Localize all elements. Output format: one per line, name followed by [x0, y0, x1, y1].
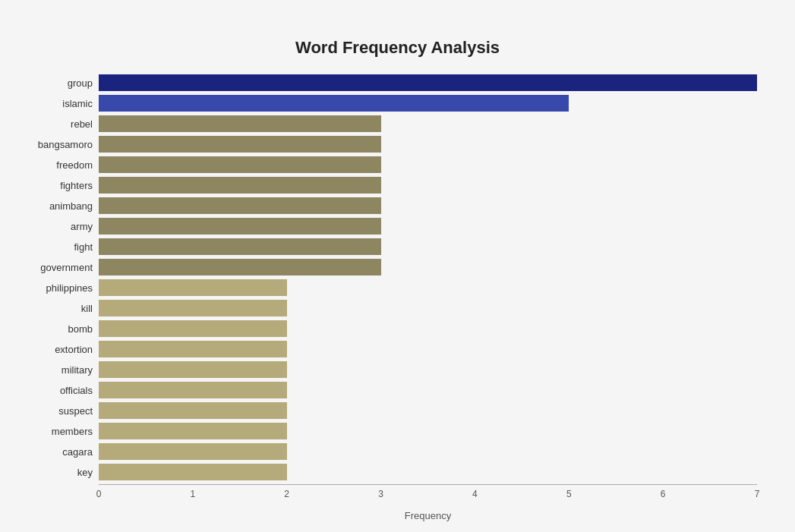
bar-label: members [17, 426, 93, 437]
chart-title: Word Frequency Analysis [15, 30, 780, 58]
bar-label: kill [17, 303, 93, 314]
x-tick: 1 [191, 489, 196, 499]
bar-label: rebel [17, 118, 93, 130]
bars-container: groupislamicrebelbangsamorofreedomfighte… [99, 73, 757, 482]
bar-label: islamic [17, 98, 93, 109]
bar-row: freedom [99, 155, 757, 175]
bar-label: key [17, 467, 93, 478]
bar-row: fight [99, 237, 757, 257]
bar-label: bomb [17, 323, 93, 335]
bar-row: military [99, 360, 757, 379]
bar-row: members [99, 421, 757, 441]
bar-label: cagara [17, 446, 93, 458]
x-tick: 5 [566, 489, 572, 499]
bar-row: islamic [99, 93, 757, 113]
bar [99, 361, 287, 378]
bar [99, 279, 287, 296]
bar-label: extortion [17, 344, 93, 355]
x-tick: 3 [378, 489, 383, 499]
bar [99, 177, 381, 194]
bar-label: suspect [17, 405, 93, 417]
x-tick: 6 [661, 489, 666, 499]
bar [99, 218, 381, 235]
x-axis-label: Frequency [99, 510, 757, 521]
bar-label: philippines [17, 282, 93, 294]
bar [99, 74, 757, 91]
bar [99, 382, 287, 398]
chart-container: Word Frequency Analysis groupislamicrebe… [0, 15, 795, 532]
bar-row: extortion [99, 339, 757, 359]
x-axis-line [99, 484, 757, 485]
bar [99, 423, 287, 439]
bar [99, 300, 287, 316]
x-axis: 01234567 [99, 484, 757, 507]
bar [99, 95, 569, 112]
bar-label: animbang [17, 200, 93, 212]
x-tick: 4 [472, 489, 478, 499]
bar-row: philippines [99, 278, 757, 297]
bar-row: officials [99, 380, 757, 400]
bar [99, 156, 381, 173]
bar-label: bangsamoro [17, 139, 93, 150]
bar-row: cagara [99, 442, 757, 461]
bar-row: bomb [99, 319, 757, 338]
bar [99, 464, 287, 480]
bars-area: groupislamicrebelbangsamorofreedomfighte… [99, 73, 757, 482]
bar-row: government [99, 257, 757, 277]
bar-label: army [17, 221, 93, 232]
bar [99, 443, 287, 460]
bar-row: kill [99, 298, 757, 318]
bar-row: fighters [99, 175, 757, 195]
bar-row: suspect [99, 401, 757, 420]
x-tick: 0 [96, 489, 102, 499]
x-tick: 7 [755, 489, 760, 499]
bar-label: officials [17, 385, 93, 396]
bar-row: animbang [99, 196, 757, 216]
bar [99, 320, 287, 337]
bar-row: key [99, 462, 757, 482]
bar [99, 259, 381, 275]
bar-row: rebel [99, 114, 757, 134]
bar [99, 136, 381, 153]
bar [99, 402, 287, 419]
bar-label: fight [17, 241, 93, 253]
bar [99, 341, 287, 357]
bar-label: group [17, 77, 93, 89]
bar-label: military [17, 364, 93, 376]
bar-label: freedom [17, 159, 93, 171]
bar [99, 197, 381, 214]
bar-label: government [17, 262, 93, 273]
bar-row: group [99, 73, 757, 93]
x-tick: 2 [284, 489, 289, 499]
bar [99, 238, 381, 255]
bar-label: fighters [17, 180, 93, 191]
bar-row: army [99, 216, 757, 236]
bar-row: bangsamoro [99, 134, 757, 154]
bar [99, 115, 381, 132]
